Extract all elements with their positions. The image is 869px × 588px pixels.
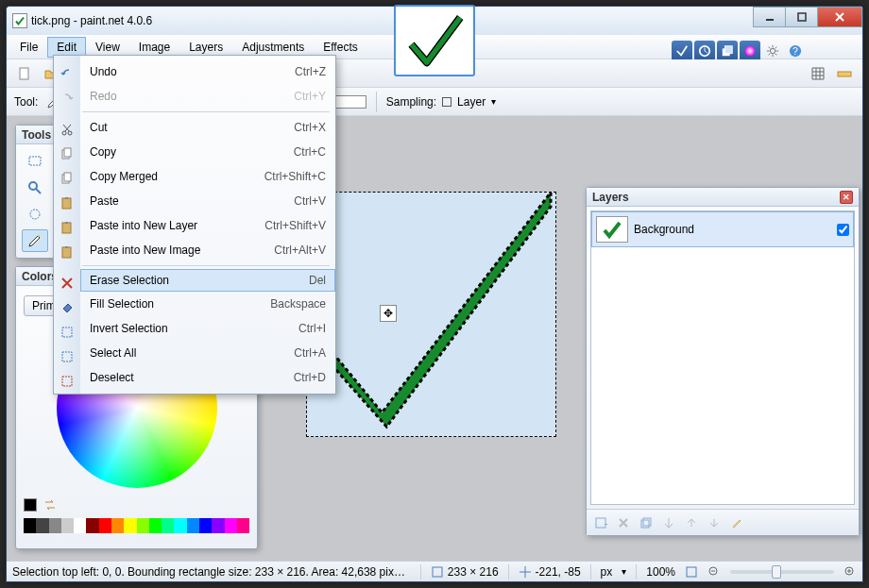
svg-rect-46 — [65, 222, 68, 224]
palette-swatch[interactable] — [237, 518, 249, 533]
selectall-icon — [60, 344, 75, 369]
menu-item-shortcut: Ctrl+C — [294, 145, 326, 159]
menu-item-undo[interactable]: UndoCtrl+Z — [80, 59, 335, 84]
ruler-icon[interactable] — [834, 63, 855, 84]
zoom-slider[interactable] — [730, 570, 834, 574]
tool-zoom[interactable] — [22, 176, 48, 199]
duplicate-layer-icon[interactable] — [638, 514, 655, 531]
cut-icon — [60, 117, 75, 142]
tool-magic-wand[interactable] — [22, 229, 48, 252]
delete-layer-icon[interactable] — [615, 514, 632, 531]
move-handle-icon[interactable]: ✥ — [380, 305, 397, 322]
svg-point-38 — [68, 131, 72, 135]
svg-rect-43 — [62, 198, 71, 209]
grid-icon[interactable] — [808, 63, 828, 84]
menu-item-label: Select All — [90, 346, 136, 360]
menu-item-erase-selection[interactable]: Erase SelectionDel — [80, 269, 335, 292]
utility-buttons: ? — [672, 41, 806, 61]
new-icon[interactable] — [14, 63, 35, 84]
layers-toggle-icon[interactable] — [717, 41, 738, 61]
palette-swatch[interactable] — [174, 518, 186, 533]
close-button[interactable] — [817, 7, 862, 27]
palette-swatch[interactable] — [36, 518, 48, 533]
palette-swatch[interactable] — [187, 518, 199, 533]
zoom-in-icon[interactable] — [843, 565, 857, 579]
menu-item-cut[interactable]: CutCtrl+X — [80, 115, 335, 140]
menu-item-shortcut: Ctrl+X — [294, 121, 326, 134]
erase-icon — [60, 271, 75, 295]
palette-swatch[interactable] — [99, 518, 111, 533]
fit-icon[interactable] — [685, 565, 698, 579]
palette-swatch[interactable] — [199, 518, 212, 533]
status-unit[interactable]: px — [601, 565, 613, 579]
palette-swatch[interactable] — [212, 518, 224, 533]
svg-line-30 — [36, 189, 41, 193]
canvas-selection[interactable] — [306, 192, 556, 437]
edit-menu-dropdown: UndoCtrl+ZRedoCtrl+YCutCtrl+XCopyCtrl+CC… — [53, 55, 336, 395]
move-down-icon[interactable] — [706, 514, 723, 531]
status-cursor: -221, -85 — [519, 565, 581, 579]
menu-item-label: Fill Selection — [90, 297, 154, 311]
status-dims: 233 × 216 — [431, 565, 499, 579]
minimize-button[interactable] — [753, 7, 786, 27]
layers-close-icon[interactable]: ✕ — [840, 191, 853, 204]
palette-swatch[interactable] — [225, 518, 237, 533]
menu-item-invert-selection[interactable]: Invert SelectionCtrl+I — [80, 316, 335, 341]
svg-point-32 — [38, 235, 40, 237]
history-toggle-icon[interactable] — [694, 41, 715, 61]
svg-rect-21 — [433, 567, 442, 577]
invert-icon — [60, 320, 75, 344]
add-layer-icon[interactable]: + — [592, 514, 609, 531]
palette[interactable] — [24, 518, 249, 533]
menu-item-copy[interactable]: CopyCtrl+C — [80, 140, 335, 164]
palette-swatch[interactable] — [86, 518, 98, 533]
svg-point-37 — [62, 131, 66, 135]
redo-icon — [60, 86, 75, 110]
zoom-out-icon[interactable] — [707, 565, 721, 579]
palette-swatch[interactable] — [124, 518, 136, 533]
colors-toggle-icon[interactable] — [740, 41, 760, 61]
tool-ellipse-select[interactable] — [22, 203, 48, 226]
maximize-button[interactable] — [785, 7, 818, 27]
svg-rect-11 — [20, 68, 28, 79]
palette-swatch[interactable] — [24, 518, 36, 533]
tool-rect-select[interactable] — [22, 150, 48, 173]
palette-swatch[interactable] — [137, 518, 149, 533]
deselect-icon — [60, 369, 75, 394]
move-up-icon[interactable] — [683, 514, 700, 531]
svg-rect-22 — [687, 567, 696, 577]
help-icon[interactable]: ? — [785, 41, 806, 61]
layers-panel[interactable]: Layers ✕ Background + — [586, 187, 860, 536]
menu-item-deselect[interactable]: DeselectCtrl+D — [80, 365, 335, 390]
menu-file[interactable]: File — [10, 37, 47, 58]
mini-swatch-black[interactable] — [24, 498, 37, 512]
menu-item-paste-into-new-layer[interactable]: Paste into New LayerCtrl+Shift+V — [80, 213, 335, 238]
copy-icon — [60, 142, 75, 166]
layer-row[interactable]: Background — [591, 211, 854, 247]
merge-layer-icon[interactable] — [660, 514, 677, 531]
palette-swatch[interactable] — [49, 518, 61, 533]
tools-toggle-icon[interactable] — [672, 41, 692, 61]
layer-properties-icon[interactable] — [728, 514, 745, 531]
menu-item-paste-into-new-image[interactable]: Paste into New ImageCtrl+Alt+V — [80, 238, 335, 262]
menu-item-fill-selection[interactable]: Fill SelectionBackspace — [80, 292, 335, 316]
svg-rect-48 — [65, 246, 68, 248]
settings-icon[interactable] — [762, 41, 783, 61]
document-thumbnail[interactable] — [394, 5, 475, 76]
palette-swatch[interactable] — [111, 518, 124, 533]
tools-panel[interactable]: Tools — [15, 125, 57, 259]
svg-rect-35 — [641, 520, 649, 528]
sampling-value[interactable]: Layer — [457, 95, 486, 109]
menu-item-paste[interactable]: PasteCtrl+V — [80, 189, 335, 213]
palette-swatch[interactable] — [149, 518, 162, 533]
swap-colors-icon[interactable] — [43, 497, 58, 512]
svg-rect-50 — [62, 352, 72, 361]
layer-visible-checkbox[interactable] — [837, 224, 849, 236]
palette-swatch[interactable] — [74, 518, 86, 533]
menu-item-copy-merged[interactable]: Copy MergedCtrl+Shift+C — [80, 164, 335, 189]
palette-swatch[interactable] — [162, 518, 174, 533]
menu-item-select-all[interactable]: Select AllCtrl+A — [80, 341, 335, 365]
svg-text:?: ? — [792, 45, 798, 57]
menu-item-shortcut: Backspace — [270, 297, 326, 311]
palette-swatch[interactable] — [61, 518, 74, 533]
